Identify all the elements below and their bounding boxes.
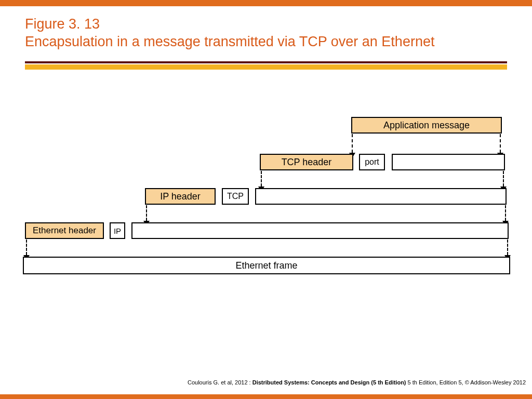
tcp-header-label: TCP header (282, 157, 332, 168)
ethernet-payload-box (131, 222, 509, 239)
encapsulation-diagram: Application message TCP header port IP h… (0, 0, 532, 399)
port-label: port (365, 157, 379, 167)
footer-citation: Coulouris G. et al, 2012 : Distributed S… (0, 379, 532, 385)
tcp-tag-box: TCP (222, 188, 249, 205)
footer-bold: Distributed Systems: Concepts and Design… (252, 379, 406, 385)
tcp-payload-box (392, 154, 505, 170)
ethernet-header-box: Ethernet header (25, 222, 104, 239)
ip-tag-label: IP (114, 227, 121, 235)
ethernet-frame-box: Ethernet frame (23, 257, 510, 274)
bottom-accent-bar (0, 394, 532, 399)
ip-payload-box (255, 188, 507, 205)
ip-header-label: IP header (160, 191, 201, 202)
footer-prefix: Coulouris G. et al, 2012 : (188, 379, 252, 385)
port-box: port (359, 154, 385, 170)
application-message-label: Application message (383, 120, 470, 131)
footer-suffix: 5 th Edition, Edition 5, © Addison-Wesle… (406, 379, 526, 385)
ethernet-header-label: Ethernet header (33, 225, 96, 236)
ethernet-frame-label: Ethernet frame (235, 260, 297, 271)
tcp-header-box: TCP header (260, 154, 353, 170)
tcp-tag-label: TCP (227, 192, 244, 201)
ip-header-box: IP header (145, 188, 216, 205)
ip-tag-box: IP (110, 222, 125, 239)
application-message-box: Application message (351, 117, 502, 134)
